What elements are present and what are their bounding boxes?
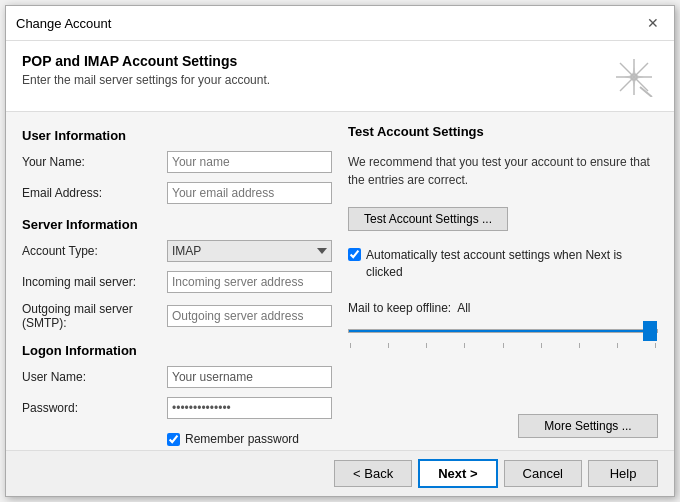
- tick-2: [388, 343, 389, 348]
- dialog-title: Change Account: [16, 16, 111, 31]
- your-name-row: Your Name:: [22, 151, 332, 173]
- incoming-mail-input[interactable]: [167, 271, 332, 293]
- header-text: POP and IMAP Account Settings Enter the …: [22, 53, 270, 87]
- next-button[interactable]: Next >: [418, 459, 497, 488]
- your-name-input[interactable]: [167, 151, 332, 173]
- test-settings-header: Test Account Settings: [348, 124, 658, 139]
- server-info-header: Server Information: [22, 217, 332, 232]
- incoming-mail-label: Incoming mail server:: [22, 275, 167, 289]
- account-type-select[interactable]: IMAP POP3: [167, 240, 332, 262]
- password-row: Password:: [22, 397, 332, 419]
- offline-value: All: [457, 301, 470, 315]
- outgoing-mail-label: Outgoing mail server (SMTP):: [22, 302, 167, 330]
- email-address-row: Email Address:: [22, 182, 332, 204]
- account-type-label: Account Type:: [22, 244, 167, 258]
- tick-1: [350, 343, 351, 348]
- outgoing-mail-input[interactable]: [167, 305, 332, 327]
- back-button[interactable]: < Back: [334, 460, 412, 487]
- logon-info-header: Logon Information: [22, 343, 332, 358]
- offline-label-text: Mail to keep offline:: [348, 301, 451, 315]
- tick-5: [503, 343, 504, 348]
- user-name-input[interactable]: [167, 366, 332, 388]
- header-subtitle: Enter the mail server settings for your …: [22, 73, 270, 87]
- auto-test-row: Automatically test account settings when…: [348, 247, 658, 281]
- right-panel: Test Account Settings We recommend that …: [348, 124, 658, 438]
- password-input[interactable]: [167, 397, 332, 419]
- left-panel: User Information Your Name: Email Addres…: [22, 124, 332, 438]
- title-bar: Change Account ✕: [6, 6, 674, 41]
- email-address-input[interactable]: [167, 182, 332, 204]
- account-type-row: Account Type: IMAP POP3: [22, 240, 332, 262]
- header-title: POP and IMAP Account Settings: [22, 53, 270, 69]
- header-section: POP and IMAP Account Settings Enter the …: [6, 41, 674, 112]
- remember-password-checkbox[interactable]: [167, 433, 180, 446]
- test-settings-desc: We recommend that you test your account …: [348, 153, 658, 189]
- slider-ticks: [348, 343, 658, 348]
- header-icon: [610, 53, 658, 101]
- tick-7: [579, 343, 580, 348]
- your-name-label: Your Name:: [22, 155, 167, 169]
- slider-track: [348, 329, 658, 333]
- remember-password-row: Remember password: [167, 432, 332, 446]
- main-content: User Information Your Name: Email Addres…: [6, 112, 674, 450]
- close-button[interactable]: ✕: [642, 12, 664, 34]
- tick-3: [426, 343, 427, 348]
- auto-test-checkbox[interactable]: [348, 248, 361, 261]
- user-info-header: User Information: [22, 128, 332, 143]
- tick-9: [655, 343, 656, 348]
- offline-label: Mail to keep offline: All: [348, 301, 658, 315]
- tick-8: [617, 343, 618, 348]
- outgoing-mail-row: Outgoing mail server (SMTP):: [22, 302, 332, 330]
- tick-4: [464, 343, 465, 348]
- offline-slider-container: [348, 321, 658, 341]
- help-button[interactable]: Help: [588, 460, 658, 487]
- tick-6: [541, 343, 542, 348]
- offline-section: Mail to keep offline: All: [348, 301, 658, 348]
- email-address-label: Email Address:: [22, 186, 167, 200]
- cancel-button[interactable]: Cancel: [504, 460, 582, 487]
- auto-test-label: Automatically test account settings when…: [366, 247, 658, 281]
- password-label: Password:: [22, 401, 167, 415]
- user-name-row: User Name:: [22, 366, 332, 388]
- remember-password-label: Remember password: [185, 432, 299, 446]
- slider-thumb[interactable]: [643, 321, 657, 341]
- incoming-mail-row: Incoming mail server:: [22, 271, 332, 293]
- test-account-settings-button[interactable]: Test Account Settings ...: [348, 207, 508, 231]
- footer: < Back Next > Cancel Help: [6, 450, 674, 496]
- user-name-label: User Name:: [22, 370, 167, 384]
- change-account-dialog: Change Account ✕ POP and IMAP Account Se…: [5, 5, 675, 497]
- slider-fill: [349, 330, 657, 332]
- more-settings-button[interactable]: More Settings ...: [518, 414, 658, 438]
